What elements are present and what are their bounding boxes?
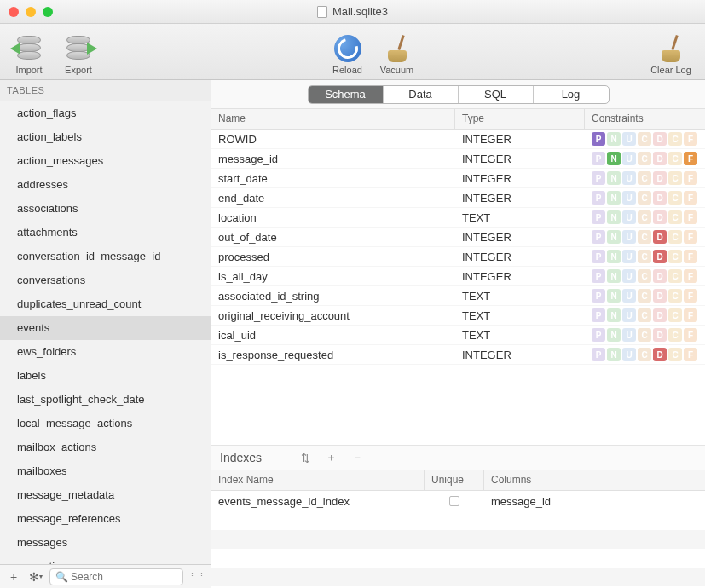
constraint-badge-n: N	[607, 210, 621, 224]
broom-icon	[658, 35, 684, 62]
schema-body: ROWIDINTEGERPNUCDCFmessage_idINTEGERPNUC…	[211, 130, 705, 365]
table-item-local-message-actions[interactable]: local_message_actions	[0, 412, 211, 435]
constraint-badge-u: U	[622, 348, 636, 361]
schema-row[interactable]: ROWIDINTEGERPNUCDCF	[211, 130, 705, 149]
table-item-message-references[interactable]: message_references	[0, 507, 211, 531]
reload-button[interactable]: Reload	[327, 32, 368, 75]
constraint-badge-n: N	[607, 230, 621, 244]
constraint-badge-u: U	[622, 269, 636, 283]
table-item-conversation-id-message-id[interactable]: conversation_id_message_id	[0, 245, 211, 268]
table-item-messages[interactable]: messages	[0, 531, 211, 555]
constraint-badge-f: F	[684, 250, 697, 263]
table-item-attachments[interactable]: attachments	[0, 221, 211, 245]
schema-row[interactable]: original_receiving_accountTEXTPNUCDCF	[211, 306, 705, 326]
constraint-badge-c: C	[638, 132, 651, 146]
resize-grip-icon: ⋮⋮	[188, 568, 205, 585]
table-item-action-messages[interactable]: action_messages	[0, 149, 211, 173]
column-type: TEXT	[455, 211, 585, 224]
idx-header-columns[interactable]: Columns	[484, 470, 705, 490]
schema-row[interactable]: ical_uidTEXTPNUCDCF	[211, 326, 705, 345]
clear-log-button[interactable]: Clear Log	[645, 32, 696, 75]
table-item-duplicates-unread-count[interactable]: duplicates_unread_count	[0, 292, 211, 316]
constraint-badge-n: N	[607, 171, 621, 185]
constraint-badge-u: U	[622, 171, 636, 185]
close-window-button[interactable]	[9, 7, 19, 17]
indexes-add-button[interactable]: ＋	[326, 450, 337, 465]
tab-data[interactable]: Data	[384, 86, 459, 103]
sidebar: TABLES action_flagsaction_labelsaction_m…	[0, 80, 211, 588]
table-item-action-labels[interactable]: action_labels	[0, 125, 211, 149]
table-item-addresses[interactable]: addresses	[0, 173, 211, 197]
sidebar-footer: + ✻▾ 🔍 ⋮⋮	[0, 564, 211, 588]
schema-row[interactable]: is_response_requestedINTEGERPNUCDCF	[211, 345, 705, 365]
table-item-ews-folders[interactable]: ews_folders	[0, 340, 211, 364]
column-name: ROWID	[211, 133, 455, 146]
search-box[interactable]: 🔍	[49, 568, 183, 585]
vacuum-icon	[384, 35, 410, 62]
table-item-associations[interactable]: associations	[0, 197, 211, 221]
index-unique[interactable]	[425, 496, 484, 506]
tab-log[interactable]: Log	[534, 86, 609, 103]
header-type[interactable]: Type	[455, 109, 585, 129]
schema-row[interactable]: start_dateINTEGERPNUCDCF	[211, 169, 705, 188]
table-item-action-flags[interactable]: action_flags	[0, 101, 211, 125]
constraint-badge-c: C	[668, 171, 682, 185]
schema-row[interactable]: is_all_dayINTEGERPNUCDCF	[211, 267, 705, 286]
table-item-last-spotlight-check-date[interactable]: last_spotlight_check_date	[0, 388, 211, 412]
header-constraints[interactable]: Constraints	[585, 109, 705, 129]
column-name: start_date	[211, 172, 455, 185]
column-type: INTEGER	[455, 270, 585, 283]
gear-button[interactable]: ✻▾	[27, 568, 44, 585]
tab-schema[interactable]: Schema	[309, 86, 384, 103]
table-item-labels[interactable]: labels	[0, 364, 211, 388]
import-button[interactable]: Import	[9, 32, 49, 75]
column-constraints: PNUCDCF	[585, 250, 705, 263]
table-item-events[interactable]: events	[0, 316, 211, 340]
column-constraints: PNUCDCF	[585, 230, 705, 244]
table-item-mailboxes[interactable]: mailboxes	[0, 459, 211, 483]
zoom-window-button[interactable]	[43, 7, 53, 17]
schema-row[interactable]: associated_id_stringTEXTPNUCDCF	[211, 286, 705, 306]
header-name[interactable]: Name	[211, 109, 455, 129]
table-list[interactable]: action_flagsaction_labelsaction_messages…	[0, 101, 211, 564]
column-name: end_date	[211, 192, 455, 205]
vacuum-button[interactable]: Vacuum	[377, 32, 418, 75]
schema-row[interactable]: message_idINTEGERPNUCDCF	[211, 149, 705, 169]
table-item-mailbox-actions[interactable]: mailbox_actions	[0, 435, 211, 459]
constraint-badge-f: F	[684, 132, 697, 146]
schema-columns-header: Name Type Constraints	[211, 109, 705, 130]
idx-header-unique[interactable]: Unique	[425, 470, 484, 490]
constraint-badge-d: D	[653, 289, 667, 303]
constraint-badge-n: N	[607, 289, 621, 303]
search-input[interactable]	[71, 571, 177, 583]
indexes-remove-button[interactable]: －	[352, 450, 363, 465]
constraint-badge-n: N	[607, 152, 621, 165]
index-row[interactable]: events_message_id_indexmessage_id	[211, 491, 705, 511]
indexes-body: events_message_id_indexmessage_id	[211, 491, 705, 511]
table-item-message-metadata[interactable]: message_metadata	[0, 483, 211, 507]
constraint-badge-c: C	[668, 210, 682, 224]
table-item-properties[interactable]: properties	[0, 555, 211, 564]
constraint-badge-c: C	[638, 328, 651, 342]
add-button[interactable]: +	[5, 568, 22, 585]
indexes-sort-icon[interactable]: ⇅	[301, 452, 310, 464]
constraint-badge-c: C	[668, 152, 682, 165]
document-icon	[317, 6, 327, 18]
idx-header-name[interactable]: Index Name	[211, 470, 425, 490]
constraint-badge-c: C	[668, 191, 682, 205]
schema-row[interactable]: locationTEXTPNUCDCF	[211, 208, 705, 228]
schema-row[interactable]: out_of_dateINTEGERPNUCDCF	[211, 228, 705, 247]
constraint-badge-c: C	[638, 250, 651, 263]
schema-row[interactable]: processedINTEGERPNUCDCF	[211, 247, 705, 267]
minimize-window-button[interactable]	[26, 7, 36, 17]
schema-row[interactable]: end_dateINTEGERPNUCDCF	[211, 188, 705, 208]
constraint-badge-u: U	[622, 308, 636, 322]
constraint-badge-c: C	[668, 289, 682, 303]
export-button[interactable]: Export	[58, 32, 99, 75]
table-item-conversations[interactable]: conversations	[0, 268, 211, 292]
sidebar-header: TABLES	[0, 80, 211, 101]
reload-icon	[334, 35, 361, 62]
column-name: is_all_day	[211, 270, 455, 283]
tab-sql[interactable]: SQL	[459, 86, 534, 103]
indexes-empty-rows	[211, 511, 705, 588]
